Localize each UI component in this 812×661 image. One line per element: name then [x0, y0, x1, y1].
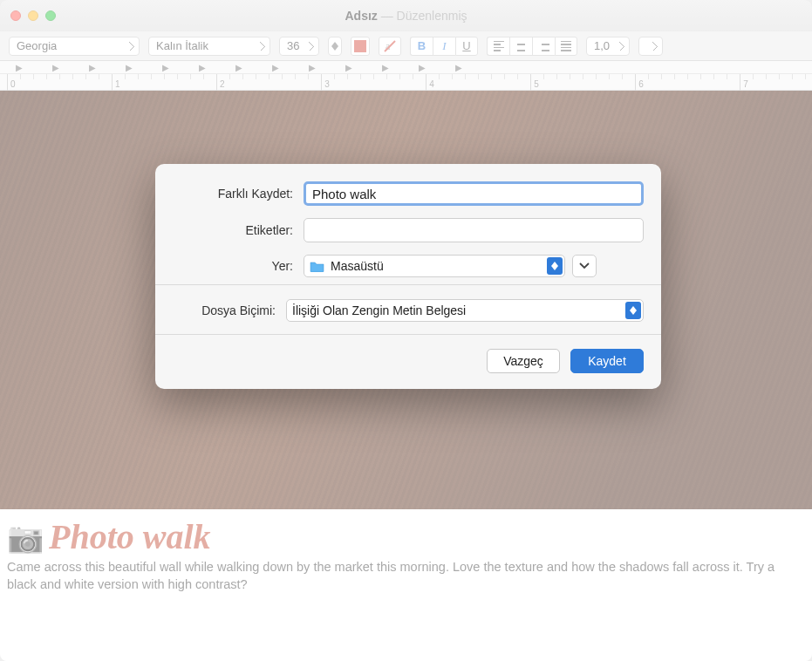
save-button-label: Kaydet — [588, 354, 626, 368]
dialog-buttons: Vazgeç Kaydet — [173, 349, 644, 373]
divider — [155, 334, 661, 335]
expand-location-button[interactable] — [572, 255, 597, 277]
save-button[interactable]: Kaydet — [570, 349, 644, 373]
cancel-button-label: Vazgeç — [503, 354, 543, 368]
file-format-value: İlişiği Olan Zengin Metin Belgesi — [292, 303, 466, 317]
popup-arrows-icon — [625, 302, 641, 319]
save-as-input[interactable] — [304, 181, 644, 206]
save-as-label: Farklı Kaydet: — [173, 187, 304, 201]
tags-input[interactable] — [304, 218, 644, 242]
save-dialog: Farklı Kaydet: Etiketler: Yer: Masaüstü — [155, 164, 661, 389]
window: Adsız — Düzenlenmiş Georgia Kalın İtalik… — [0, 0, 812, 661]
location-value: Masaüstü — [331, 259, 384, 273]
file-format-popup[interactable]: İlişiği Olan Zengin Metin Belgesi — [286, 299, 644, 322]
svg-marker-11 — [551, 266, 558, 270]
tags-label: Etiketler: — [173, 223, 304, 237]
svg-marker-13 — [630, 310, 637, 315]
folder-icon — [310, 260, 325, 272]
location-popup[interactable]: Masaüstü — [304, 255, 565, 277]
file-format-label: Dosya Biçimi: — [173, 303, 286, 317]
chevron-down-icon — [579, 262, 590, 269]
divider — [155, 284, 661, 285]
popup-arrows-icon — [547, 257, 563, 275]
where-label: Yer: — [173, 259, 304, 273]
cancel-button[interactable]: Vazgeç — [487, 349, 560, 373]
